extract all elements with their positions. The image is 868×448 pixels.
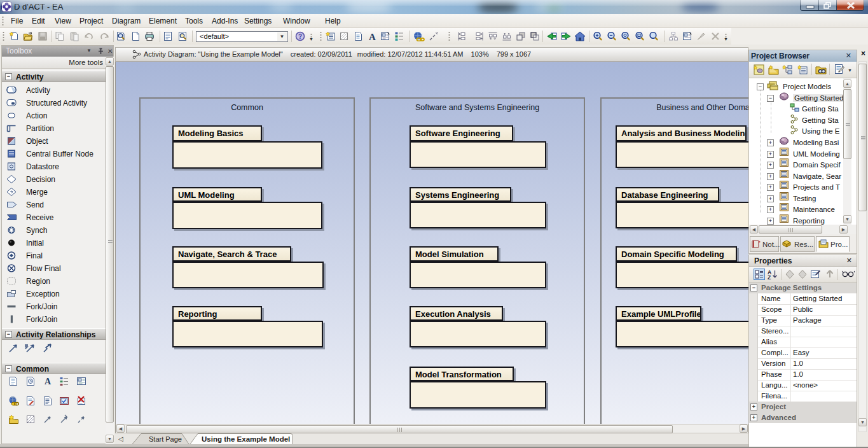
svg-text:Z: Z (768, 274, 771, 280)
svg-text:A: A (369, 32, 376, 42)
svg-text:A: A (45, 377, 52, 386)
svg-text:?: ? (298, 33, 302, 40)
